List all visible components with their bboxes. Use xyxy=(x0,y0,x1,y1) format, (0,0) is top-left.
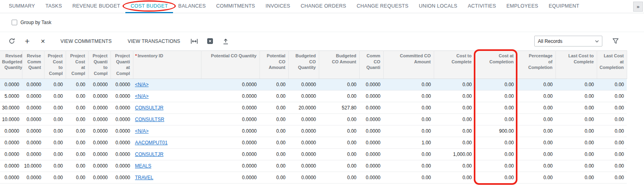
toolbar-right: All Records xyxy=(534,35,638,47)
cell: 0.00 xyxy=(383,91,434,102)
cell: 0.00 xyxy=(555,114,597,125)
table-row[interactable]: 5.00000.00000.000.000.00000.0000<N/A>0.0… xyxy=(0,91,627,102)
cell: 0.0000 xyxy=(201,102,260,114)
column-header-project-cost-at-compl[interactable]: Project Cost at Compl xyxy=(66,51,88,79)
cell: 0.00 xyxy=(475,91,517,102)
view-commitments-button[interactable]: VIEW COMMITMENTS xyxy=(55,35,117,47)
cell: 0.00 xyxy=(517,137,555,149)
column-header-percentage-of-completion[interactable]: Percentage of Completion xyxy=(517,51,555,79)
column-header-committed-co-amount[interactable]: Committed CO Amount xyxy=(383,51,434,79)
cell: 0.0000 xyxy=(0,149,22,160)
cell: 0.0000 xyxy=(22,137,44,149)
group-by-task-label: Group by Task xyxy=(20,20,51,25)
table-row[interactable]: 0.00000.00000.000.000.00000.0000TRAVEL0.… xyxy=(0,172,627,184)
upload-button[interactable] xyxy=(219,35,231,47)
cell: 0.00 xyxy=(319,149,359,160)
cell: 0.00 xyxy=(319,125,359,137)
column-header-budgeted-co-amount[interactable]: Budgeted CO Amount xyxy=(319,51,359,79)
delete-row-button[interactable]: ✕ xyxy=(37,35,49,47)
view-transactions-button[interactable]: VIEW TRANSACTIONS xyxy=(122,35,186,47)
cell: 0.00 xyxy=(260,125,288,137)
inventory-id-link[interactable]: <N/A> xyxy=(135,82,149,87)
tab-revenue-budget[interactable]: REVENUE BUDGET xyxy=(67,0,126,13)
cell: 0.0000 xyxy=(22,91,44,102)
column-header-comm-co-quanti[interactable]: Comm CO Quanti xyxy=(359,51,383,79)
column-header-project-cost-to-compl[interactable]: Project Cost to Compl xyxy=(44,51,66,79)
cell: 0.00 xyxy=(319,91,359,102)
tab-summary[interactable]: SUMMARY xyxy=(4,0,40,13)
inventory-id-link[interactable]: <N/A> xyxy=(135,93,149,99)
column-header-budgeted-co-quantity[interactable]: Budgeted CO Quantity xyxy=(288,51,319,79)
cell: 0.0000 xyxy=(111,160,133,172)
column-header-potential-co-quantity[interactable]: Potential CO Quantity xyxy=(201,51,260,79)
cell: 0.0000 xyxy=(88,172,111,184)
column-header-last-cost-to-complete[interactable]: Last Cost to Complete xyxy=(555,51,597,79)
tab-activities[interactable]: ACTIVITIES xyxy=(463,0,501,13)
cell: 0.00 xyxy=(66,125,88,137)
filter-icon xyxy=(612,38,619,44)
cell: 0.0000 xyxy=(359,79,383,91)
column-header-last-cost-at-completion[interactable]: Last Cost at Completion xyxy=(597,51,627,79)
fit-width-icon xyxy=(191,38,198,44)
column-header-project-quanti-to-compl[interactable]: Project Quanti to Compl xyxy=(88,51,111,79)
records-filter-dropdown[interactable]: All Records xyxy=(534,36,602,46)
filter-settings-button[interactable] xyxy=(610,35,622,47)
tab-overflow-button[interactable]: » xyxy=(633,2,643,12)
tab-cost-budget[interactable]: COST BUDGET xyxy=(125,0,173,13)
table-row[interactable]: 10.00000.00000.000.000.00000.0000CONSULT… xyxy=(0,114,627,125)
cell: 0.00 xyxy=(260,102,288,114)
cell: 0.0000 xyxy=(201,149,260,160)
inventory-id-link[interactable]: MEALS xyxy=(135,163,151,169)
table-row[interactable]: 0.00000.00000.000.000.00000.0000<N/A>0.0… xyxy=(0,125,627,137)
cell: 0.00 xyxy=(597,79,627,91)
column-header-inventory-id[interactable]: *Inventory ID xyxy=(133,51,201,79)
tab-equipment[interactable]: EQUIPMENT xyxy=(543,0,585,13)
cell: 0.00 xyxy=(383,125,434,137)
cell: 0.00 xyxy=(260,79,288,91)
inventory-id-link[interactable]: <N/A> xyxy=(135,128,149,134)
table-row[interactable]: 30.00000.00000.000.000.00000.0000CONSULT… xyxy=(0,102,627,114)
column-header-cost-to-complete[interactable]: Cost to Complete xyxy=(434,51,475,79)
tab-label: COST BUDGET xyxy=(131,3,168,9)
tab-commitments[interactable]: COMMITMENTS xyxy=(211,0,260,13)
inventory-id-link[interactable]: CONSULTJR xyxy=(135,152,163,157)
cell: 0.0000 xyxy=(359,160,383,172)
table-row[interactable]: 0.00000.00000.000.000.00000.0000<N/A>0.0… xyxy=(0,79,627,91)
cell: 0.00 xyxy=(319,114,359,125)
cell: 0.0000 xyxy=(288,114,319,125)
tab-label: CHANGE REQUESTS xyxy=(356,3,408,9)
column-header-cost-at-completion[interactable]: Cost at Completion xyxy=(475,51,517,79)
add-row-button[interactable]: + xyxy=(21,35,33,47)
tab-union-locals[interactable]: UNION LOCALS xyxy=(414,0,463,13)
group-by-task-checkbox[interactable] xyxy=(12,20,17,25)
table-row[interactable]: 0.00000.00000.000.000.00000.0000AACOMPUT… xyxy=(0,137,627,149)
cell: 0.0000 xyxy=(0,125,22,137)
inventory-id-link[interactable]: CONSULTSR xyxy=(135,117,164,122)
tab-invoices[interactable]: INVOICES xyxy=(260,0,296,13)
cell: 0.0000 xyxy=(22,102,44,114)
cell: 0.00 xyxy=(44,91,66,102)
table-row[interactable]: 0.000010.00000.000.000.00000.0000MEALS0.… xyxy=(0,160,627,172)
column-header-project-quanti-at-compl[interactable]: Project Quanti at Compl xyxy=(111,51,133,79)
tab-employees[interactable]: EMPLOYEES xyxy=(501,0,543,13)
tab-balances[interactable]: BALANCES xyxy=(173,0,211,13)
cell: 0.0000 xyxy=(111,79,133,91)
inventory-id-link[interactable]: TRAVEL xyxy=(135,175,153,180)
inventory-id-link[interactable]: CONSULTJR xyxy=(135,105,163,111)
cell: 1,000.00 xyxy=(434,149,475,160)
column-header-potential-co-amount[interactable]: Potential CO Amount xyxy=(260,51,288,79)
fit-width-button[interactable] xyxy=(188,35,200,47)
export-excel-button[interactable] xyxy=(204,35,216,47)
cell: 0.00 xyxy=(475,79,517,91)
tab-change-orders[interactable]: CHANGE ORDERS xyxy=(296,0,352,13)
inventory-id-link[interactable]: AACOMPUT01 xyxy=(135,140,167,146)
column-header-label: Comm CO Quanti xyxy=(366,53,380,71)
refresh-button[interactable] xyxy=(6,35,18,47)
inventory-id-cell: <N/A> xyxy=(133,91,201,102)
tab-tasks[interactable]: TASKS xyxy=(40,0,67,13)
column-header-revised-budgeted-quantity[interactable]: Revised Budgeted Quantity xyxy=(0,51,22,79)
table-row[interactable]: 0.00000.00000.000.000.00000.0000CONSULTJ… xyxy=(0,149,627,160)
tab-change-requests[interactable]: CHANGE REQUESTS xyxy=(351,0,413,13)
column-header-label: Inventory ID xyxy=(138,53,163,59)
column-header-revise-comm-quant[interactable]: Revise Comm Quant xyxy=(22,51,44,79)
